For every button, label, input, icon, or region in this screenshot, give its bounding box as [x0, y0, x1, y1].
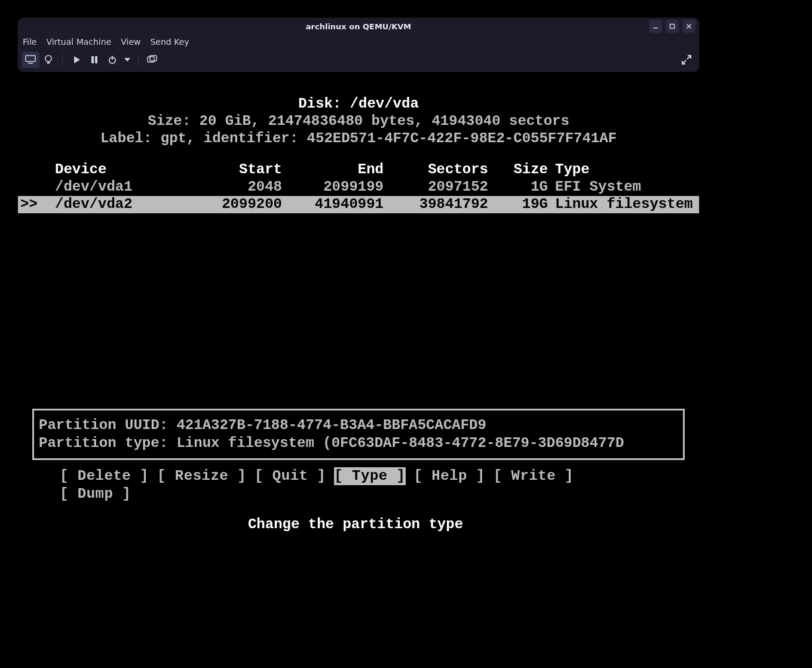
svg-point-6: [45, 56, 51, 62]
monitor-icon: [25, 55, 36, 65]
snapshots-icon: [147, 55, 158, 65]
svg-rect-5: [28, 63, 33, 64]
action-dump[interactable]: [ Dump ]: [60, 485, 131, 503]
close-button[interactable]: [682, 20, 695, 33]
window-titlebar: archlinux on QEMU/KVM: [18, 18, 699, 35]
action-write[interactable]: [ Write ]: [494, 467, 574, 485]
menu-view[interactable]: View: [121, 37, 140, 47]
svg-rect-1: [670, 24, 675, 29]
maximize-button[interactable]: [666, 20, 679, 33]
action-help[interactable]: [ Help ]: [414, 467, 485, 485]
vm-console[interactable]: Disk: /dev/vda Size: 20 GiB, 21474836480…: [18, 96, 699, 213]
toolbar: [18, 49, 699, 72]
col-start: Start: [174, 161, 282, 179]
partition-table-header: Device Start End Sectors Size Type: [18, 161, 699, 179]
action-resize[interactable]: [ Resize ]: [157, 467, 246, 485]
col-device: Device: [55, 161, 174, 179]
lightbulb-icon: [44, 54, 53, 65]
svg-rect-10: [95, 56, 97, 63]
partition-info-box: Partition UUID: 421A327B-7188-4774-B3A4-…: [32, 409, 685, 460]
partition-row[interactable]: /dev/vda12048209919920971521GEFI System: [18, 179, 699, 196]
cfdisk-actions: [ Delete ][ Resize ][ Quit ][ Type ][ He…: [60, 467, 663, 503]
col-type: Type: [548, 161, 590, 179]
window-controls: [649, 20, 695, 33]
details-button[interactable]: [39, 51, 57, 68]
svg-rect-7: [47, 62, 50, 64]
virt-manager-window: archlinux on QEMU/KVM File Virtual Machi…: [18, 18, 699, 72]
shutdown-button[interactable]: [103, 51, 121, 68]
pause-button[interactable]: [85, 51, 103, 68]
col-size: Size: [488, 161, 548, 179]
window-title: archlinux on QEMU/KVM: [306, 22, 411, 31]
menu-bar: File Virtual Machine View Send Key: [18, 35, 699, 49]
col-sectors: Sectors: [384, 161, 488, 179]
cfdisk-hint: Change the partition type: [0, 516, 711, 532]
svg-rect-9: [91, 56, 94, 63]
menu-vm[interactable]: Virtual Machine: [46, 37, 111, 47]
action-delete[interactable]: [ Delete ]: [60, 467, 149, 485]
snapshots-button[interactable]: [143, 51, 161, 68]
chevron-down-icon: [124, 57, 130, 62]
menu-file[interactable]: File: [23, 37, 36, 47]
partition-uuid-line: Partition UUID: 421A327B-7188-4774-B3A4-…: [39, 416, 678, 434]
toolbar-separator: [62, 53, 63, 66]
toolbar-separator-2: [138, 53, 139, 66]
action-quit[interactable]: [ Quit ]: [255, 467, 326, 485]
fullscreen-button[interactable]: [678, 51, 695, 68]
partition-row[interactable]: >>/dev/vda22099200419409913984179219GLin…: [18, 196, 699, 213]
run-button[interactable]: [68, 51, 85, 68]
play-icon: [72, 56, 81, 64]
svg-marker-13: [124, 58, 130, 62]
partition-table: Device Start End Sectors Size Type /dev/…: [18, 161, 699, 213]
disk-size-line: Size: 20 GiB, 21474836480 bytes, 4194304…: [18, 113, 699, 130]
svg-rect-4: [26, 56, 35, 62]
fullscreen-icon: [682, 55, 691, 65]
power-icon: [108, 55, 117, 65]
console-button[interactable]: [22, 51, 39, 68]
action-type[interactable]: [ Type ]: [334, 467, 405, 485]
svg-marker-8: [74, 56, 80, 63]
disk-label-line: Label: gpt, identifier: 452ED571-4F7C-42…: [18, 130, 699, 148]
disk-title: Disk: /dev/vda: [18, 96, 699, 113]
col-end: End: [282, 161, 384, 179]
pause-icon: [90, 56, 99, 64]
menu-sendkey[interactable]: Send Key: [150, 37, 189, 47]
minimize-button[interactable]: [649, 20, 662, 33]
partition-type-line: Partition type: Linux filesystem (0FC63D…: [39, 434, 678, 452]
shutdown-menu-button[interactable]: [121, 51, 133, 68]
